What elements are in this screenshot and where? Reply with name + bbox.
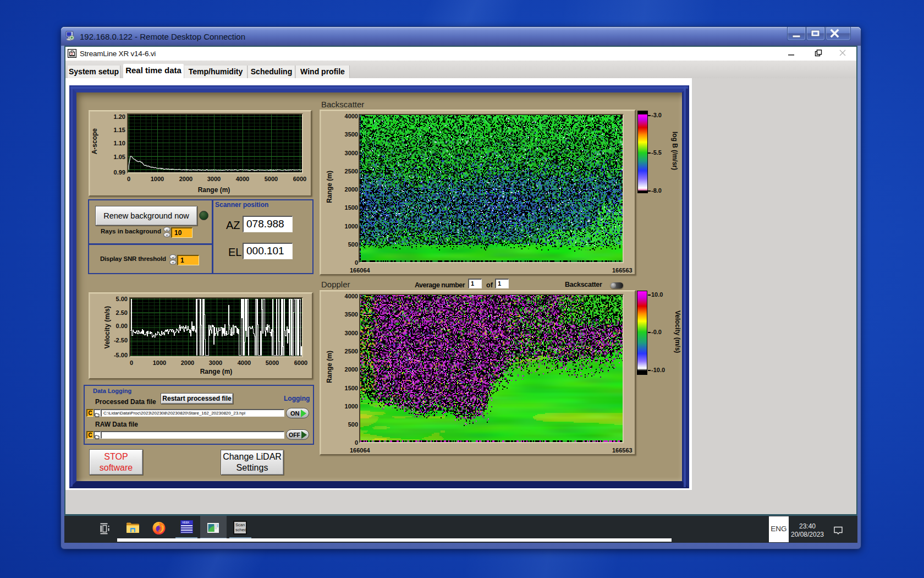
svg-text:VEEK: VEEK bbox=[182, 521, 190, 524]
